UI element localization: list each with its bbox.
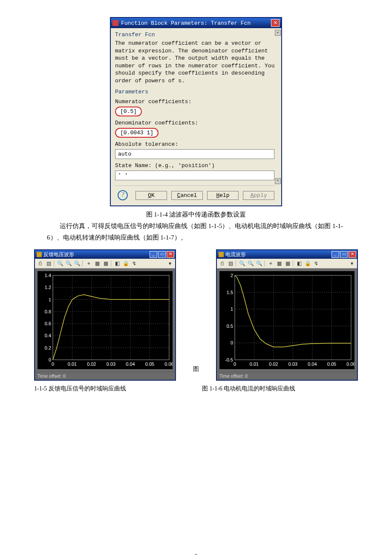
maximize-icon[interactable]: ▭ <box>158 251 166 258</box>
abstol-input[interactable]: auto <box>115 149 274 159</box>
chart-titlebar-right[interactable]: 电流波形 _ ▭ ✕ <box>217 250 357 259</box>
figure-label-left: 1-1-5 反馈电压信号的时域响应曲线 <box>34 385 190 393</box>
params-icon[interactable]: ▤ <box>45 260 52 267</box>
scrollbar[interactable]: ▴ ▾ <box>274 28 281 186</box>
params-icon[interactable]: ▤ <box>227 260 234 267</box>
svg-rect-15 <box>53 275 169 360</box>
svg-text:2: 2 <box>231 273 233 278</box>
scroll-down-icon[interactable]: ▾ <box>275 178 281 184</box>
simulink-icon <box>112 20 118 26</box>
save-axes-icon[interactable]: ▦ <box>94 260 101 267</box>
svg-text:0.06: 0.06 <box>346 361 355 367</box>
apply-button[interactable]: Apply <box>243 191 274 200</box>
float-icon[interactable]: ◧ <box>296 260 303 267</box>
autoscale-icon[interactable]: ⌖ <box>85 260 92 267</box>
dropdown-icon[interactable]: ▾ <box>349 260 355 267</box>
lock-icon[interactable]: 🔒 <box>122 260 129 267</box>
numerator-label: Numerator coefficients: <box>115 98 277 105</box>
minimize-icon[interactable]: _ <box>150 251 157 258</box>
svg-text:0.5: 0.5 <box>227 324 233 329</box>
signal-icon[interactable]: ↯ <box>313 260 320 267</box>
svg-text:0: 0 <box>52 361 54 367</box>
plot-right[interactable]: -0.500.511.5200.010.020.030.040.050.06 <box>219 271 355 369</box>
svg-text:1: 1 <box>49 297 51 302</box>
svg-text:0.4: 0.4 <box>45 333 51 338</box>
svg-text:0.04: 0.04 <box>308 361 317 367</box>
chart-titlebar-left[interactable]: 反馈电压波形 _ ▭ ✕ <box>35 250 175 259</box>
separator <box>54 260 55 266</box>
svg-text:0.04: 0.04 <box>126 361 135 367</box>
abstol-label: Absolute tolerance: <box>115 141 277 147</box>
zoom-x-icon[interactable]: 🔍 <box>247 260 254 267</box>
figure-label-row: 1-1-5 反馈电压信号的时域响应曲线 图 1-1-6 电动机电流的时域响应曲线 <box>34 385 358 393</box>
svg-text:0.2: 0.2 <box>45 345 51 350</box>
denominator-input[interactable]: [0.0043 1] <box>115 128 159 138</box>
dialog-titlebar[interactable]: Function Block Parameters: Transfer Fcn … <box>111 18 281 28</box>
group-label-parameters: Parameters <box>115 89 277 95</box>
chart-toolbar-left: ⎙ ▤ 🔍 🔍 🔍 ⌖ ▦ ▦ ◧ 🔒 ↯ ▾ <box>35 259 175 269</box>
cancel-button[interactable]: Cancel <box>171 191 203 200</box>
ok-button[interactable]: OK <box>135 191 167 200</box>
numerator-input[interactable]: [0.5] <box>115 107 142 116</box>
separator <box>111 260 112 266</box>
svg-text:0.8: 0.8 <box>45 309 51 314</box>
svg-text:0.01: 0.01 <box>250 361 259 367</box>
svg-text:0: 0 <box>49 357 51 362</box>
help-button[interactable]: Help <box>207 191 239 200</box>
svg-text:1.2: 1.2 <box>45 285 51 290</box>
maximize-icon[interactable]: ▭ <box>340 251 348 258</box>
separator <box>264 260 265 266</box>
zoom-in-icon[interactable]: 🔍 <box>57 260 63 267</box>
state-name-label: State Name: (e.g., 'position') <box>115 162 277 169</box>
autoscale-icon[interactable]: ⌖ <box>267 260 274 267</box>
svg-text:0: 0 <box>233 361 236 367</box>
page-number: 2 <box>0 552 392 555</box>
denominator-label: Denominator coefficients: <box>115 120 277 126</box>
dropdown-icon[interactable]: ▾ <box>167 260 173 267</box>
zoom-y-icon[interactable]: 🔍 <box>256 260 262 267</box>
transfer-fcn-dialog: Function Block Parameters: Transfer Fcn … <box>110 17 282 206</box>
lock-icon[interactable]: 🔒 <box>304 260 311 267</box>
svg-text:1.4: 1.4 <box>45 273 51 278</box>
separator <box>82 260 84 266</box>
save-axes-icon[interactable]: ▦ <box>276 260 282 267</box>
status-bar-right: Time offset: 0 <box>217 372 357 380</box>
restore-axes-icon[interactable]: ▦ <box>284 260 291 267</box>
svg-text:0.06: 0.06 <box>164 361 173 367</box>
chart-title-right: 电流波形 <box>225 251 246 258</box>
dialog-button-row: ? OK Cancel Help Apply <box>115 185 277 201</box>
close-icon[interactable]: ✕ <box>349 251 356 258</box>
zoom-in-icon[interactable]: 🔍 <box>239 260 245 267</box>
status-bar-left: Time offset: 0 <box>35 372 175 380</box>
svg-text:1: 1 <box>231 306 233 312</box>
scroll-up-icon[interactable]: ▴ <box>275 30 281 36</box>
state-name-input[interactable]: ' ' <box>115 171 274 180</box>
print-icon[interactable]: ⎙ <box>37 260 43 267</box>
help-question-icon[interactable]: ? <box>118 190 128 200</box>
svg-text:0.02: 0.02 <box>87 361 96 367</box>
zoom-x-icon[interactable]: 🔍 <box>65 260 72 267</box>
separator <box>293 260 294 266</box>
close-icon[interactable]: ✕ <box>271 19 280 27</box>
svg-text:-0.5: -0.5 <box>225 357 233 362</box>
svg-text:0.01: 0.01 <box>68 361 77 367</box>
svg-text:0: 0 <box>231 341 233 346</box>
svg-text:0.05: 0.05 <box>145 361 154 367</box>
paragraph-main: 运行仿真，可得反馈电压信号的时域响应曲线（如图 1-1-5）、电动机电流的时域响… <box>47 220 345 243</box>
svg-text:0.03: 0.03 <box>288 361 297 367</box>
print-icon[interactable]: ⎙ <box>219 260 225 267</box>
figure-label-right: 图 1-1-6 电动机电流的时域响应曲线 <box>202 385 358 393</box>
chart-window-feedback-voltage: 反馈电压波形 _ ▭ ✕ ⎙ ▤ 🔍 🔍 🔍 ⌖ ▦ ▦ ◧ 🔒 ↯ <box>34 249 176 381</box>
chart-toolbar-right: ⎙ ▤ 🔍 🔍 🔍 ⌖ ▦ ▦ ◧ 🔒 ↯ ▾ <box>217 259 357 269</box>
restore-axes-icon[interactable]: ▦ <box>102 260 109 267</box>
minimize-icon[interactable]: _ <box>331 251 339 258</box>
close-icon[interactable]: ✕ <box>167 251 174 258</box>
scope-icon <box>37 252 42 257</box>
zoom-y-icon[interactable]: 🔍 <box>74 260 81 267</box>
dialog-body: ▴ ▾ Transfer Fcn The numerator coefficie… <box>111 28 281 205</box>
dialog-description: The numerator coefficient can be a vecto… <box>115 40 277 84</box>
plot-left[interactable]: 00.20.40.60.811.21.400.010.020.030.040.0… <box>37 271 173 369</box>
float-icon[interactable]: ◧ <box>114 260 121 267</box>
signal-icon[interactable]: ↯ <box>131 260 138 267</box>
group-label-transfer-fcn: Transfer Fcn <box>115 32 277 38</box>
